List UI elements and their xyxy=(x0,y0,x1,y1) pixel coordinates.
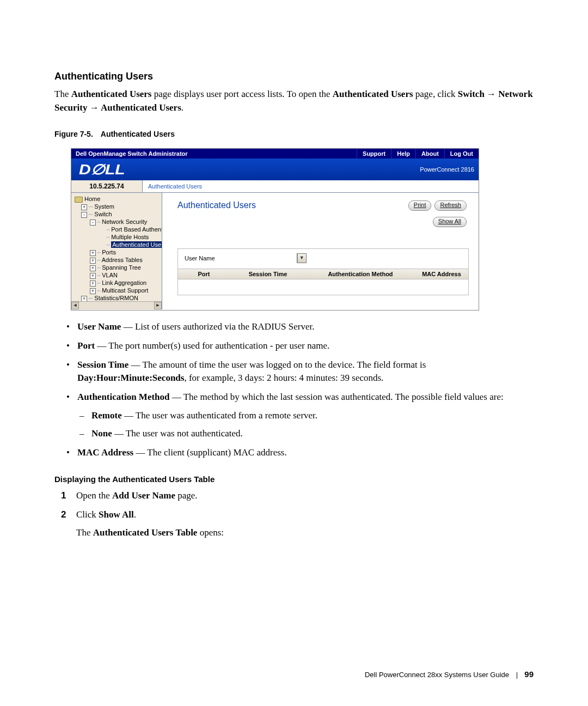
col-mac-address: MAC Address xyxy=(415,271,468,277)
menu-about[interactable]: About xyxy=(415,149,444,159)
expand-icon[interactable]: + xyxy=(81,204,87,210)
text: . xyxy=(181,102,183,113)
tree-network-security[interactable]: -··· Network Security xyxy=(75,218,162,226)
text: The xyxy=(76,527,93,538)
expand-icon[interactable]: + xyxy=(90,273,96,279)
list-item: Port — The port number(s) used for authe… xyxy=(66,339,534,353)
label: Ports xyxy=(102,249,116,255)
tree-link-aggregation[interactable]: +··· Link Aggregation xyxy=(75,279,162,287)
col-auth-method: Authentication Method xyxy=(306,271,415,277)
dell-logo: D∅LL xyxy=(79,161,125,178)
term: None xyxy=(91,428,112,439)
menu-support[interactable]: Support xyxy=(357,149,391,159)
step-item: Open the Add User Name page. xyxy=(61,489,534,503)
folder-icon xyxy=(75,197,83,203)
list-item: Authentication Method — The method by wh… xyxy=(66,391,534,441)
label: Statistics/RMON xyxy=(94,295,138,301)
term: Authenticated Users Table xyxy=(93,527,198,538)
page-number: 99 xyxy=(524,670,534,679)
tree-spanning-tree[interactable]: +··· Spanning Tree xyxy=(75,264,162,271)
tree-statistics-rmon[interactable]: +···· Statistics/RMON xyxy=(75,294,162,302)
expand-icon[interactable]: + xyxy=(90,250,96,256)
text: page, click xyxy=(413,89,458,99)
text: Click xyxy=(76,509,99,520)
app-title: Dell OpenManage Switch Administrator xyxy=(76,149,188,159)
intro-paragraph: The Authenticated Users page displays us… xyxy=(54,88,534,114)
list-item: MAC Address — The client (supplicant) MA… xyxy=(66,446,534,460)
tree-home[interactable]: Home xyxy=(75,195,162,203)
tree-multiple-hosts[interactable]: ··· Multiple Hosts xyxy=(75,233,162,241)
label: Address Tables xyxy=(102,257,143,263)
label: Link Aggregation xyxy=(102,279,146,286)
refresh-button[interactable]: Refresh xyxy=(434,200,467,211)
screenshot-figure: Dell OpenManage Switch Administrator Sup… xyxy=(71,148,479,311)
guide-name: Dell PowerConnect 28xx Systems User Guid… xyxy=(365,671,509,679)
term: User Name xyxy=(77,321,121,332)
tree-system[interactable]: +···· System xyxy=(75,203,162,210)
subsection-heading: Displaying the Authenticated Users Table xyxy=(54,474,534,484)
menu-logout[interactable]: Log Out xyxy=(444,149,479,159)
print-button[interactable]: Print xyxy=(408,200,432,211)
scroll-right-icon[interactable]: ► xyxy=(154,302,162,309)
expand-icon[interactable]: + xyxy=(81,296,87,302)
show-all-button[interactable]: Show All xyxy=(433,217,467,227)
text: . xyxy=(134,509,136,520)
location-bar: 10.5.225.74 Authenticated Users xyxy=(71,180,479,193)
top-menu: Support Help About Log Out xyxy=(357,149,479,159)
field-descriptions: User Name — List of users authorized via… xyxy=(66,320,534,459)
device-ip: 10.5.225.74 xyxy=(71,180,143,192)
tree-vlan[interactable]: +··· VLAN xyxy=(75,271,162,279)
term: Show All xyxy=(99,509,134,520)
col-port: Port xyxy=(178,271,230,277)
label: VLAN xyxy=(102,272,118,278)
label: Multicast Support xyxy=(102,287,148,294)
label: Network Security xyxy=(102,218,147,225)
term: Session Time xyxy=(77,360,128,370)
menu-help[interactable]: Help xyxy=(391,149,415,159)
tree-scrollbar[interactable]: ◄ ► xyxy=(71,301,162,309)
label: Home xyxy=(84,196,100,202)
expand-icon[interactable]: + xyxy=(90,265,96,271)
device-model: PowerConnect 2816 xyxy=(420,166,474,173)
tree-multicast-support[interactable]: +··· Multicast Support xyxy=(75,287,162,294)
list-item: User Name — List of users authorized via… xyxy=(66,320,534,334)
scroll-left-icon[interactable]: ◄ xyxy=(71,302,79,309)
figure-title: Authenticated Users xyxy=(101,130,175,138)
term: Authentication Method xyxy=(77,392,170,402)
tree-port-based-auth[interactable]: ··· Port Based Authentic xyxy=(75,226,162,233)
text: — The method by which the last session w… xyxy=(170,392,504,402)
collapse-icon[interactable]: - xyxy=(90,220,96,226)
text: — The amount of time the user was logged… xyxy=(128,360,426,370)
col-session-time: Session Time xyxy=(230,271,306,277)
list-item: None — The user was not authenticated. xyxy=(77,427,534,441)
label: Spanning Tree xyxy=(102,264,141,271)
label-selected: Authenticated Users xyxy=(111,241,162,248)
label: Switch xyxy=(94,211,112,217)
text: Open the xyxy=(76,490,112,501)
figure-caption: Figure 7-5.Authenticated Users xyxy=(54,130,534,138)
text: page. xyxy=(175,490,198,501)
expand-icon[interactable]: + xyxy=(90,258,96,264)
collapse-icon[interactable]: - xyxy=(81,212,87,218)
tree-authenticated-users[interactable]: ··· Authenticated Users xyxy=(75,241,162,248)
username-label: User Name xyxy=(185,255,215,261)
expand-icon[interactable]: + xyxy=(90,288,96,294)
text: — The client (supplicant) MAC address. xyxy=(133,447,287,458)
list-item: Remote — The user was authenticated from… xyxy=(77,409,534,423)
text: — The user was authenticated from a remo… xyxy=(122,410,317,421)
label: Multiple Hosts xyxy=(111,234,149,240)
text: — List of users authorized via the RADIU… xyxy=(121,321,314,332)
username-select[interactable]: ▼ xyxy=(297,253,307,263)
list-item: Session Time — The amount of time the us… xyxy=(66,358,534,385)
term: MAC Address xyxy=(77,447,133,458)
procedure-steps: Open the Add User Name page. Click Show … xyxy=(61,489,534,521)
tree-switch[interactable]: -···· Switch xyxy=(75,210,162,218)
term: Authenticated Users xyxy=(333,89,413,99)
term: Day:Hour:Minute:Seconds xyxy=(77,373,184,383)
chevron-down-icon: ▼ xyxy=(297,254,306,263)
expand-icon[interactable]: + xyxy=(90,281,96,287)
tree-address-tables[interactable]: +··· Address Tables xyxy=(75,256,162,264)
step-item: Click Show All. xyxy=(61,508,534,522)
tree-ports[interactable]: +··· Ports xyxy=(75,248,162,256)
label: System xyxy=(94,203,114,210)
